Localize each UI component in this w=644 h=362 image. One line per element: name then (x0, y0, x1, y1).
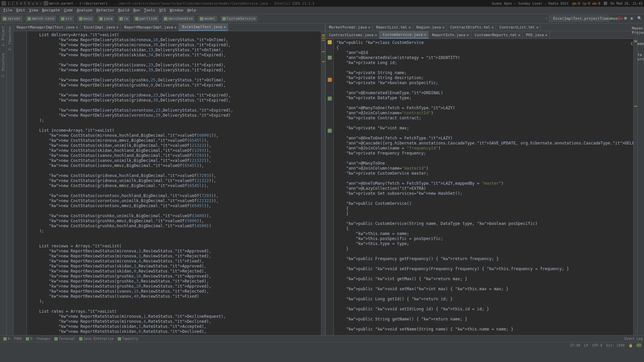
right-editor-tabs-bot: ContractCustoms.java✕CustomService.java✕… (326, 31, 637, 39)
gutter-override-icon[interactable] (328, 129, 332, 133)
menu-file[interactable]: File (1, 7, 14, 13)
search-icon[interactable]: 🔍 (637, 16, 643, 21)
menu-edit[interactable]: Edit (14, 7, 28, 13)
file-encoding[interactable]: UTF-8 (592, 344, 602, 347)
editor-tab[interactable]: ContractDrafts.tml✕ (447, 23, 496, 31)
close-icon[interactable]: ✕ (467, 33, 469, 37)
editor-tab[interactable]: ReportInfo.java✕ (429, 31, 471, 39)
crumb-CustomService[interactable]: CustomService (221, 16, 257, 21)
right-marker-bar[interactable] (633, 39, 637, 335)
system-menu-icon[interactable] (1, 1, 6, 6)
close-icon[interactable]: ✕ (76, 25, 78, 29)
close-icon[interactable]: ✕ (491, 25, 494, 29)
editor-tab[interactable]: ReportManagerImpl.java✕ (121, 23, 179, 31)
crumb-partlink[interactable]: partlink (133, 16, 159, 21)
toolwindow-Java-Enterprise[interactable]: Java Enterprise (77, 336, 116, 341)
toolwindow-Tapestry[interactable]: Tapestry (116, 336, 140, 341)
close-icon[interactable]: ✕ (518, 33, 521, 37)
folder-icon (99, 17, 103, 20)
toolwindow-6-TODO[interactable]: 6: TODO (1, 336, 24, 341)
tool-icon (54, 337, 58, 341)
editor-tab[interactable]: ExcelImplTest.java✕ (179, 23, 228, 31)
line-separator[interactable]: LF (584, 344, 588, 347)
memory-indicator[interactable] (637, 344, 641, 347)
close-icon[interactable]: ✕ (424, 33, 426, 37)
toolwindow-7-Structure[interactable]: 7: Structure (1, 53, 5, 77)
bottom-toolwindow-bar: 6: TODO9: ChangesTerminalJava Enterprise… (0, 335, 644, 342)
toolwindow-Maven-Projects[interactable]: Maven Projects (632, 26, 644, 35)
folder-icon (61, 17, 64, 20)
net-status: gm:0 lp:0 wm:0 (572, 2, 600, 5)
build-icon[interactable]: ⬇ (545, 16, 547, 21)
crumb-src[interactable]: src (59, 16, 74, 21)
close-icon[interactable]: ✕ (375, 33, 377, 37)
git-branch[interactable]: Git: 2349 (606, 344, 625, 347)
event-log-button[interactable]: Event Log (625, 337, 643, 341)
editor-tab[interactable]: CustomerReports.tml✕ (471, 31, 523, 39)
editor-tab[interactable]: ContractList.tml✕ (496, 23, 541, 31)
toolwindow-2-Favorites[interactable]: 2: Favorites (8, 26, 12, 50)
toolwindow-Terminal[interactable]: Terminal (52, 336, 77, 341)
close-icon[interactable]: ✕ (116, 25, 119, 29)
right-editor-pane: MarketFormat.java✕ReportList.tml✕Region.… (326, 23, 637, 335)
menu-code[interactable]: Code (62, 7, 75, 13)
left-code-area[interactable]: List delivery=Arrays."it">asList( "kw">n… (27, 31, 321, 335)
menu-run[interactable]: Run (131, 7, 142, 13)
gutter-override-icon[interactable] (328, 56, 332, 60)
right-editor-tabs-top: MarketFormat.java✕ReportList.tml✕Region.… (326, 23, 637, 31)
editor-tab[interactable]: ExcelImpl.java✕ (80, 23, 121, 31)
window-title: merch-parent - [~/dev/server] (49, 2, 108, 5)
menu-vcs[interactable]: VCS (157, 7, 168, 13)
menu-analyze[interactable]: Analyze (75, 7, 94, 13)
run-config-selector[interactable]: ExcelImplTest.projectTimesheet ▾ (549, 15, 609, 22)
lock-icon[interactable]: 🔒 (629, 344, 633, 347)
music-status: Guano Apes — Sunday Lover - Radio Edit (492, 2, 569, 5)
stop-button[interactable]: ■ (631, 16, 636, 21)
menu-window[interactable]: Window (168, 7, 185, 13)
close-icon[interactable]: ✕ (174, 25, 177, 29)
gutter-impl-icon[interactable] (328, 78, 332, 82)
crumb-server[interactable]: server (1, 16, 22, 21)
menu-navigate[interactable]: Navigate (40, 7, 62, 13)
editor-tab[interactable]: ReportManagerImplTest.java✕ (13, 23, 80, 31)
folder-icon (164, 17, 167, 20)
crumb-main[interactable]: main (77, 16, 94, 21)
editor-tab[interactable]: Region.java✕ (413, 23, 447, 31)
coverage-button[interactable]: ⬢ (624, 16, 629, 21)
menu-help[interactable]: Help (185, 7, 198, 13)
toolwindow-9-Changes[interactable]: 9: Changes (24, 336, 52, 341)
crumb-ru[interactable]: ru (118, 16, 130, 21)
editor-tab[interactable]: POS.java✕ (523, 31, 550, 39)
debug-button[interactable]: 🐞 (617, 16, 623, 21)
menu-build[interactable]: Build (116, 7, 131, 13)
close-icon[interactable]: ✕ (409, 25, 411, 29)
close-icon[interactable]: ✕ (545, 33, 547, 37)
app-icon[interactable] (44, 1, 48, 6)
toolwindow-Commander[interactable]: Commander (631, 42, 644, 46)
cursor-position: 37:38 (570, 344, 580, 347)
close-icon[interactable]: ✕ (442, 25, 444, 29)
gutter-class-icon[interactable] (328, 40, 332, 44)
editor-tab[interactable]: ReportList.tml✕ (373, 23, 413, 31)
toolwindow-1-Project[interactable]: 1: Project (1, 26, 5, 46)
menu-view[interactable]: View (27, 7, 40, 13)
close-icon[interactable]: ✕ (368, 25, 371, 29)
right-code-area[interactable]: "kw">public "kw">class CustomService { "… (334, 39, 633, 335)
tray-icon[interactable] (604, 2, 607, 5)
editor-tab[interactable]: MarketFormat.java✕ (326, 23, 373, 31)
editor-tab[interactable]: CustomService.java✕ (379, 31, 429, 39)
close-icon[interactable]: ✕ (224, 25, 226, 29)
window-path: - .../merch-core/src/main/java/ru/partli… (108, 2, 314, 5)
left-editor-pane: ReportManagerImplTest.java✕ExcelImpl.jav… (13, 23, 325, 335)
crumb-merch-core[interactable]: merch-core (26, 16, 56, 21)
editor-tab[interactable]: ContractCustoms.java✕ (326, 31, 379, 39)
run-button[interactable]: ▶ (610, 16, 616, 21)
gutter-override-icon[interactable] (328, 97, 332, 101)
left-marker-bar[interactable] (321, 31, 325, 335)
crumb-merchandise[interactable]: merchandise (162, 16, 195, 21)
crumb-java[interactable]: java (98, 16, 114, 21)
crumb-model[interactable]: model (198, 16, 217, 21)
close-icon[interactable]: ✕ (536, 25, 539, 29)
menu-refactor[interactable]: Refactor (94, 7, 116, 13)
menu-tools[interactable]: Tools (142, 7, 157, 13)
